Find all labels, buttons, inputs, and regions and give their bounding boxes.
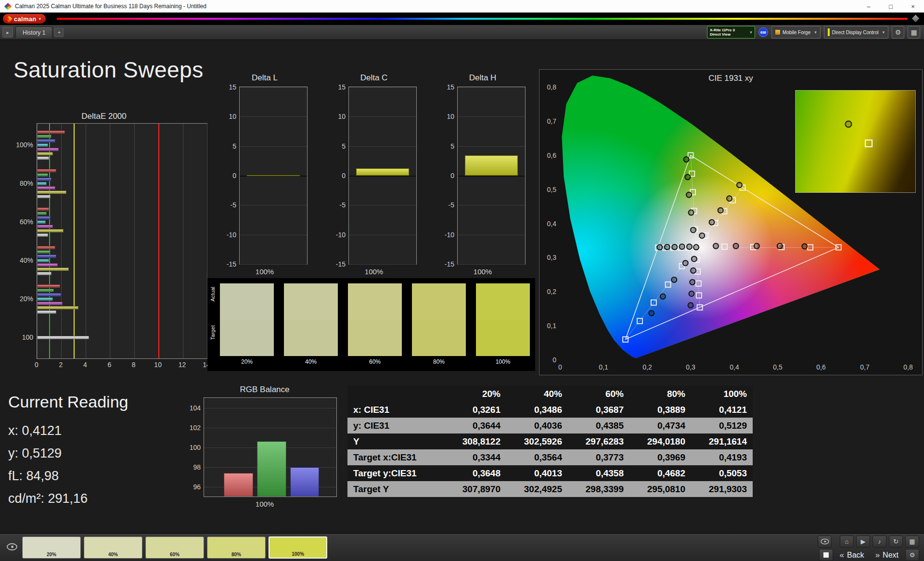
layout-button[interactable]: ▦ (908, 26, 920, 38)
bottom-settings-button[interactable]: ⚙ (905, 549, 919, 561)
column-header: 20% (445, 386, 506, 402)
axis-tick-label: 0 (232, 172, 236, 179)
axis-tick-label: 6 (107, 361, 111, 369)
display-control-label: Direct Display Control (832, 30, 879, 35)
bar (37, 306, 78, 309)
source-dropdown[interactable]: Mobile Forge ▾ (771, 26, 821, 38)
next-button[interactable]: » Next (871, 550, 903, 560)
measured-point (802, 244, 807, 249)
target-swatch (348, 320, 402, 357)
current-reading-title: Current Reading (8, 393, 128, 411)
meter-line1: X-Rite i1Pro 3 (710, 28, 748, 32)
bar (37, 302, 63, 305)
group-label: 100% (10, 141, 33, 149)
meter-dropdown[interactable]: X-Rite i1Pro 3 Direct View ▾ (707, 26, 755, 38)
table-cell: 291,9303 (691, 481, 753, 497)
axis-tick-label: -5 (340, 201, 346, 209)
display-control-accent (828, 28, 830, 36)
back-button[interactable]: « Back (835, 550, 869, 560)
maximize-button[interactable]: □ (880, 0, 902, 13)
axis-tick-label: -10 (336, 231, 346, 239)
swatch-row: 20%40%60%80%100% (220, 283, 530, 356)
display-control-dropdown[interactable]: Direct Display Control ▾ (824, 26, 888, 38)
history-expander-button[interactable]: ▸ (2, 27, 13, 38)
target-swatch (284, 320, 338, 357)
bar (37, 225, 53, 228)
minimize-button[interactable]: – (858, 0, 880, 13)
measured-point (733, 243, 739, 249)
preview-eye-icon[interactable] (7, 543, 17, 550)
chart-title: Delta C (332, 73, 416, 83)
tab-history-1[interactable]: History 1 (15, 26, 52, 38)
table-cell: 302,5926 (506, 434, 568, 449)
column-header: 100% (691, 386, 753, 402)
gridline (349, 116, 416, 117)
gridline (349, 235, 416, 235)
gridline (240, 146, 307, 147)
bar (37, 135, 51, 138)
play-button[interactable]: ▶ (856, 536, 870, 548)
x-axis-label: 100% (190, 500, 339, 508)
axis-tick-label: -10 (227, 231, 236, 239)
thumbnail-80%[interactable]: 80% (207, 536, 266, 559)
delta-c-plot: 151050-5-10-15 (348, 87, 417, 265)
layers-button[interactable]: ▦ (905, 536, 919, 548)
actual-target-swatch-panel: Actual Target 20%40%60%80%100% (207, 278, 535, 371)
thumbnail-label: 60% (146, 552, 204, 557)
current-reading-values: x: 0,4121 y: 0,5129 fL: 84,98 cd/m²: 291… (8, 420, 88, 510)
actual-swatch (284, 283, 338, 320)
thumbnail-label: 20% (23, 552, 80, 557)
calman-menu-button[interactable]: calman ▾ (3, 14, 46, 24)
axis-tick-label: 5 (342, 142, 346, 150)
axis-tick-label: 98 (193, 463, 201, 471)
navigation-row: « Back » Next ⚙ (819, 549, 919, 561)
audio-button[interactable]: ♪ (873, 536, 886, 548)
bar (37, 130, 65, 134)
deltae-bars: 100%80%60%40%20%100 (37, 126, 207, 357)
axis-tick-label: 15 (229, 83, 236, 91)
rainbow-gradient-bar (57, 18, 908, 20)
bar (37, 186, 55, 190)
layers-icon: ▦ (909, 538, 915, 545)
gridline (204, 428, 336, 428)
settings-button[interactable]: ⚙ (892, 26, 904, 38)
axis-tick-label: 0,4 (547, 220, 557, 228)
home-button[interactable]: ⌂ (840, 536, 854, 548)
rgb-balance-chart: RGB Balance 1041021009896 100% (190, 385, 339, 512)
thumbnail-40%[interactable]: 40% (84, 536, 142, 559)
target-swatch (412, 320, 466, 357)
thumbnail-label: 100% (270, 551, 326, 557)
gridline (349, 146, 416, 147)
measured-point (777, 243, 783, 249)
axis-tick-label: 0 (35, 361, 38, 369)
swatch-label: 60% (348, 358, 402, 365)
stop-button[interactable] (819, 549, 833, 561)
table-row: y: CIE310,36440,40360,43850,47340,5129 (347, 418, 753, 434)
bar (37, 173, 48, 177)
thumbnail-20%[interactable]: 20% (22, 536, 81, 559)
gridline (458, 235, 525, 235)
axis-tick-label: 0,3 (686, 363, 695, 371)
gridline (458, 87, 525, 88)
refresh-button[interactable]: ↻ (889, 536, 903, 548)
play-icon: ▶ (861, 538, 866, 545)
deltae-chart: DeltaE 2000 100%80%60%40%20%100 02468101… (10, 112, 198, 374)
thumbnail-60%[interactable]: 60% (145, 536, 204, 559)
close-button[interactable]: × (902, 0, 924, 13)
table-cell: 298,3399 (568, 481, 629, 497)
table-row: x: CIE310,32610,34860,36870,38890,4121 (347, 402, 753, 418)
group-label: 20% (10, 295, 33, 303)
measured-point (709, 219, 715, 225)
measured-point (713, 243, 719, 249)
add-tab-button[interactable]: + (54, 28, 64, 37)
table-cell: 0,4036 (506, 418, 568, 434)
brand-bar: calman ▾ (0, 13, 924, 25)
thumbnail-100%[interactable]: 100% (269, 536, 327, 559)
bar (37, 272, 51, 275)
axis-tick-label: 0,7 (547, 117, 557, 125)
gridline (458, 205, 525, 205)
axis-tick-label: 0,8 (903, 363, 913, 371)
eye-button[interactable] (818, 536, 832, 548)
measured-point (718, 208, 723, 213)
bar (37, 289, 54, 292)
